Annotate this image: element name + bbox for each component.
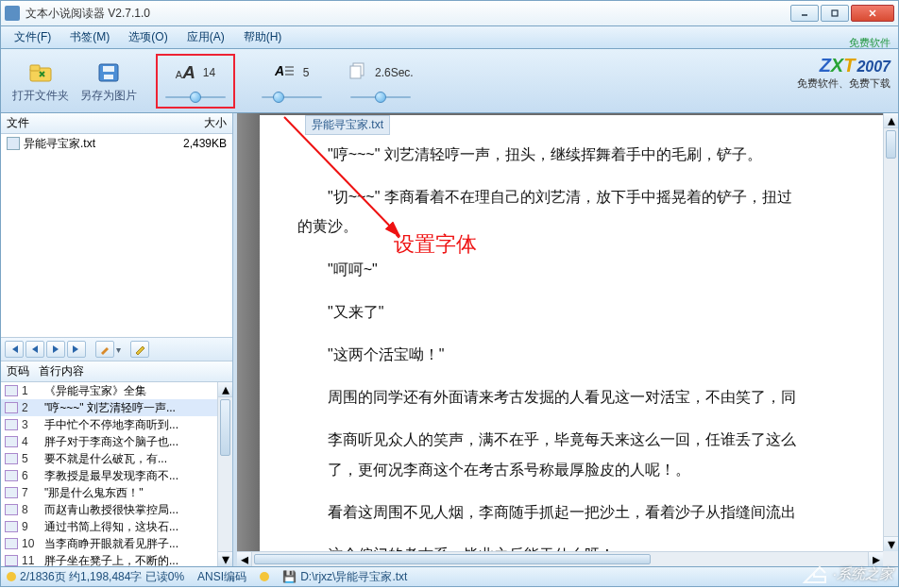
page-firstline: 手中忙个不停地李商听到... [44,417,229,433]
disk-icon: 💾 [282,570,297,583]
page-number: 2 [22,401,44,414]
page-icon [5,385,18,396]
reader-scroll-up[interactable]: ▴ [884,113,898,128]
scroll-down-button[interactable]: ▾ [218,551,232,566]
page-list-row[interactable]: 8而赵青山教授很快掌控局... [1,501,232,518]
nav-last-button[interactable] [67,341,86,358]
page-icon [5,487,18,498]
page-icon [5,555,18,566]
save-as-image-label: 另存为图片 [80,88,137,104]
file-header-size[interactable]: 大小 [170,115,227,131]
line-height-value: 5 [303,66,310,79]
page-list-row[interactable]: 10当李商睁开眼就看见胖子... [1,535,232,552]
speed-slider[interactable] [350,92,411,103]
page-list-scrollbar[interactable]: ▴ ▾ [217,382,232,566]
file-name: 异能寻宝家.txt [24,136,159,152]
menu-options[interactable]: 选项(O) [119,29,177,45]
page-list-row[interactable]: 1《异能寻宝家》全集 [1,382,232,399]
status-encoding: ANSI编码 [197,569,246,585]
minimize-button[interactable] [790,5,819,22]
page-nav-toolbar: ▾ [1,337,232,361]
svg-rect-5 [30,65,40,71]
open-folder-button[interactable]: 打开文件夹 [12,58,69,104]
speed-control[interactable]: 2.6Sec. [348,59,414,103]
page-firstline: "哼~~~" 刘艺清轻哼一声... [44,400,229,416]
save-as-image-button[interactable]: 另存为图片 [80,58,137,104]
file-header-name[interactable]: 文件 [7,115,170,131]
font-size-slider[interactable] [165,92,226,103]
menu-bar: 文件(F) 书签(M) 选项(O) 应用(A) 帮助(H) [0,26,899,49]
page-firstline: 胖子对于李商这个脑子也... [44,434,229,450]
file-icon [7,137,20,150]
tool-brush-button[interactable] [95,341,114,358]
save-icon [93,58,124,88]
page-list-row[interactable]: 9通过书简上得知，这块石... [1,518,232,535]
page-number: 3 [22,418,44,431]
app-icon [5,6,20,21]
page-list-row[interactable]: 5要不就是什么破瓦，有... [1,450,232,467]
scroll-thumb[interactable] [220,399,230,456]
svg-rect-14 [350,66,361,78]
reader-vscrollbar[interactable]: ▴ ▾ [883,113,898,551]
svg-rect-8 [104,75,113,79]
file-row[interactable]: 异能寻宝家.txt 2,439KB [1,134,232,153]
page-gutter [237,113,260,566]
nav-next-button[interactable] [46,341,65,358]
reader-paragraph: "这两个活宝呦！" [297,342,883,367]
page-list-row[interactable]: 2"哼~~~" 刘艺清轻哼一声... [1,399,232,416]
page-icon [5,470,18,481]
svg-rect-7 [103,66,114,72]
font-size-control[interactable]: AA 14 [156,54,235,109]
page-header-number[interactable]: 页码 [7,363,39,379]
page-list-row[interactable]: 3手中忙个不停地李商听到... [1,416,232,433]
page-firstline: "那是什么鬼东西！" [44,485,229,501]
menu-app[interactable]: 应用(A) [178,29,234,45]
scroll-up-button[interactable]: ▴ [218,382,232,397]
page-number: 9 [22,520,44,533]
status-bar: 2/1836页 约1,198,484字 已读0% ANSI编码 💾D:\rjxz… [0,567,899,587]
maximize-button[interactable] [821,5,849,22]
reader-paragraph: 了，更何况李商这个在考古系号称最厚脸皮的人呢！。 [297,457,883,482]
reader-hscroll-thumb[interactable] [254,554,651,564]
page-icon [5,419,18,430]
brand-logo: ZXT2007 免费软件、免费下载 [797,55,891,91]
menu-help[interactable]: 帮助(H) [234,29,292,45]
page-list-row[interactable]: 6李教授是最早发现李商不... [1,467,232,484]
toolbar: 免费软件 打开文件夹 另存为图片 AA 14 A 5 2.6Sec. ZXT20… [0,49,899,113]
brand-tagline: 免费软件、免费下载 [797,76,891,91]
status-dot-icon [7,572,16,581]
page-firstline: 《异能寻宝家》全集 [44,383,229,399]
page-list-row[interactable]: 4胖子对于李商这个脑子也... [1,433,232,450]
page-list-row[interactable]: 11胖子坐在凳子上，不断的... [1,552,232,566]
left-panel: 文件 大小 异能寻宝家.txt 2,439KB ▾ 页码 首行内容 ▴ [1,113,233,566]
close-button[interactable] [851,5,894,22]
page-firstline: 通过书简上得知，这块石... [44,519,229,535]
svg-line-15 [284,117,399,236]
page-icon [5,521,18,532]
page-firstline: 要不就是什么破瓦，有... [44,451,229,467]
page-number: 1 [22,384,44,397]
page-list-row[interactable]: 7"那是什么鬼东西！" [1,484,232,501]
watermark-text: ·系统之家 [833,565,893,583]
file-size: 2,439KB [159,137,227,150]
page-header-firstline[interactable]: 首行内容 [39,363,227,379]
reader-scroll-left[interactable]: ◂ [237,552,252,566]
nav-prev-button[interactable] [25,341,44,358]
page-number: 11 [22,554,44,566]
reader-scroll-thumb[interactable] [886,130,896,159]
page-icon [5,453,18,464]
annotation-label: 设置字体 [394,230,477,259]
tool-edit-button[interactable] [130,341,149,358]
menu-bookmark[interactable]: 书签(M) [60,29,119,45]
page-number: 7 [22,486,44,499]
nav-first-button[interactable] [5,341,24,358]
line-height-control[interactable]: A 5 [262,59,322,103]
page-icon [5,538,18,549]
page-number: 10 [22,537,44,550]
line-height-slider[interactable] [262,92,322,103]
reader-hscrollbar[interactable]: ◂ ▸ [237,551,883,566]
status-pages: 2/1836页 约1,198,484字 已读0% [20,569,184,585]
menu-file[interactable]: 文件(F) [5,29,60,45]
reader-scroll-down[interactable]: ▾ [884,536,898,551]
svg-rect-1 [832,10,838,16]
